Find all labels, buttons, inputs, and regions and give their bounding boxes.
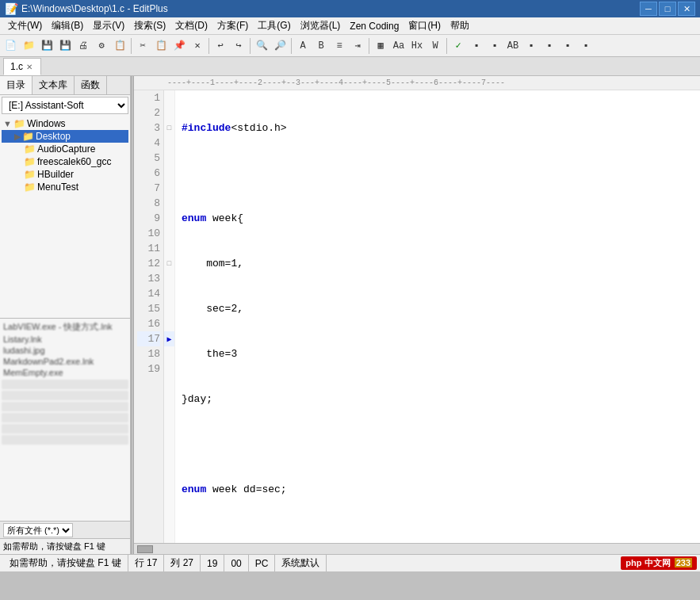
toolbar-btn5[interactable]: ⚙: [93, 37, 110, 55]
folder-icon2: 📁: [22, 131, 34, 142]
toolbar-btn-a[interactable]: A: [294, 37, 312, 55]
horizontal-scrollbar[interactable]: [134, 543, 700, 554]
php-watermark: php 中文网 233: [621, 556, 697, 570]
minimize-button[interactable]: ─: [640, 2, 657, 16]
toolbar-btn-e[interactable]: ▦: [372, 37, 389, 55]
panel-help-text: 如需帮助，请按键盘 F1 键: [3, 541, 105, 551]
status-encoding-text: 系统默认: [281, 556, 319, 570]
toolbar-redo[interactable]: ↪: [230, 37, 247, 55]
toolbar-copy[interactable]: 📋: [152, 37, 170, 55]
sidebar-file-ludashi[interactable]: ludashi.jpg: [2, 345, 128, 356]
tab-close[interactable]: ✕: [26, 63, 33, 71]
menu-view[interactable]: 显示(V): [88, 17, 129, 34]
tree-expand-icon: ▼: [3, 119, 12, 128]
toolbar-btn-m[interactable]: ▪: [541, 37, 558, 55]
sidebar-file-labview[interactable]: LabVIEW.exe - 快捷方式.lnk: [2, 320, 128, 334]
panel-tab-textlib[interactable]: 文本库: [33, 76, 75, 94]
code-line-2: [182, 166, 700, 181]
toolbar-paste[interactable]: 📌: [170, 37, 188, 55]
scrollbar-thumb[interactable]: [137, 545, 153, 553]
menu-document[interactable]: 文档(D): [170, 17, 212, 34]
toolbar-find[interactable]: 🔍: [253, 37, 270, 55]
toolbar-btn-g[interactable]: Hx: [408, 37, 426, 55]
toolbar-btn6[interactable]: 📋: [111, 37, 128, 55]
sidebar-file-extra4[interactable]: [2, 413, 128, 422]
tree-item-desktop[interactable]: ▶ 📁 Desktop: [2, 130, 128, 143]
menu-search[interactable]: 搜索(S): [129, 17, 170, 34]
sidebar-file-listary[interactable]: Listary.lnk: [2, 334, 128, 345]
tree-label-hbuilder: HBuilder: [37, 169, 74, 180]
token-week: week{: [206, 211, 243, 226]
toolbar-btn-j[interactable]: ▪: [486, 37, 503, 55]
toolbar-btn-k[interactable]: AB: [504, 37, 522, 55]
menu-tools[interactable]: 工具(G): [253, 17, 295, 34]
toolbar-save-all[interactable]: 💾: [56, 37, 74, 55]
menu-edit[interactable]: 编辑(B): [47, 17, 88, 34]
arrow-line-17: ▶: [164, 331, 174, 346]
toolbar-btn-h[interactable]: W: [427, 37, 444, 55]
toolbar-undo[interactable]: ↩: [212, 37, 229, 55]
toolbar-check[interactable]: ✓: [449, 37, 467, 55]
code-area: ----+----1----+----2----+--3---+----4---…: [134, 76, 700, 554]
code-editor[interactable]: 1 2 3 4 5 6 7 8 9 10 11 12 13 14 15 16 1: [134, 90, 700, 543]
toolbar-btn-i[interactable]: ▪: [468, 37, 485, 55]
sidebar-file-extra3[interactable]: [2, 402, 128, 411]
code-line-10: [182, 527, 700, 542]
toolbar-cut[interactable]: ✂: [134, 37, 151, 55]
tree-item-freescale[interactable]: 📁 freescalek60_gcc: [2, 155, 128, 168]
sidebar-file-extra1[interactable]: [2, 380, 128, 389]
toolbar-btn-c[interactable]: ≡: [331, 37, 348, 55]
menu-zen-coding[interactable]: Zen Coding: [345, 19, 404, 33]
toolbar-find2[interactable]: 🔎: [271, 37, 289, 55]
menu-file[interactable]: 文件(W): [3, 17, 47, 34]
toolbar-btn-b[interactable]: B: [312, 37, 330, 55]
tab-bar: 1.c ✕: [0, 57, 700, 76]
toolbar-btn-f[interactable]: Aa: [390, 37, 407, 55]
collapse-btn-enum[interactable]: □: [164, 120, 174, 136]
menu-scheme[interactable]: 方案(F): [212, 17, 253, 34]
toolbar-delete[interactable]: ✕: [189, 37, 206, 55]
menu-help[interactable]: 帮助: [446, 17, 474, 34]
menu-window[interactable]: 窗口(H): [404, 17, 446, 34]
tree-item-windows[interactable]: ▼ 📁 Windows: [2, 117, 128, 130]
toolbar-btn-d[interactable]: ⇥: [349, 37, 366, 55]
code-line-3: enum week{: [182, 211, 700, 226]
toolbar-btn-o[interactable]: ▪: [577, 37, 595, 55]
menu-bar: 文件(W) 编辑(B) 显示(V) 搜索(S) 文档(D) 方案(F) 工具(G…: [0, 17, 700, 35]
toolbar-print[interactable]: 🖨: [75, 37, 92, 55]
sidebar-file-markdownpad[interactable]: MarkdownPad2.exe.lnk: [2, 356, 128, 367]
sidebar-file-extra5[interactable]: [2, 424, 128, 434]
sidebar-file-extra2[interactable]: [2, 391, 128, 400]
toolbar-open[interactable]: 📁: [20, 37, 37, 55]
toolbar-btn-n[interactable]: ▪: [559, 37, 576, 55]
tree-item-menutest[interactable]: 📁 MenuTest: [2, 181, 128, 193]
status-row-text: 行 17: [135, 556, 158, 570]
php-watermark-text: php 中文网: [625, 558, 670, 568]
menu-browser[interactable]: 浏览器(L): [296, 17, 346, 34]
token-sec: sec=2,: [182, 301, 243, 316]
folder-icon4: 📁: [24, 156, 36, 167]
left-panel: 目录 文本库 函数 [E:] Assistant-Soft ▼ 📁 Window…: [0, 76, 131, 554]
token-day: }day;: [182, 392, 212, 407]
tree-label-desktop: Desktop: [36, 131, 71, 142]
drive-select[interactable]: [E:] Assistant-Soft: [2, 97, 128, 114]
collapse-btn-main[interactable]: □: [164, 256, 174, 271]
tab-1c[interactable]: 1.c ✕: [3, 58, 41, 75]
maximize-button[interactable]: □: [659, 2, 676, 16]
toolbar-btn-l[interactable]: ▪: [522, 37, 540, 55]
tree-item-hbuilder[interactable]: 📁 HBuilder: [2, 168, 128, 181]
toolbar-new[interactable]: 📄: [2, 37, 19, 55]
file-filter-select[interactable]: 所有文件 (*.*): [3, 523, 73, 537]
sidebar-file-extra6[interactable]: [2, 435, 128, 445]
code-line-5: sec=2,: [182, 301, 700, 316]
file-tree: ▼ 📁 Windows ▶ 📁 Desktop 📁 AudioCapture 📁…: [0, 116, 130, 318]
panel-tab-functions[interactable]: 函数: [75, 76, 107, 94]
close-button[interactable]: ✕: [678, 2, 695, 16]
tree-item-audiocapture[interactable]: 📁 AudioCapture: [2, 143, 128, 155]
code-content[interactable]: #include<stdio.h> enum week{ mom=1, sec=…: [175, 90, 700, 543]
toolbar-save[interactable]: 💾: [38, 37, 55, 55]
sidebar-file-memempty[interactable]: MemEmpty.exe: [2, 367, 128, 378]
toolbar-sep4: [291, 38, 292, 54]
panel-tab-directory[interactable]: 目录: [0, 76, 33, 94]
file-filter-bar: 所有文件 (*.*): [0, 521, 130, 538]
